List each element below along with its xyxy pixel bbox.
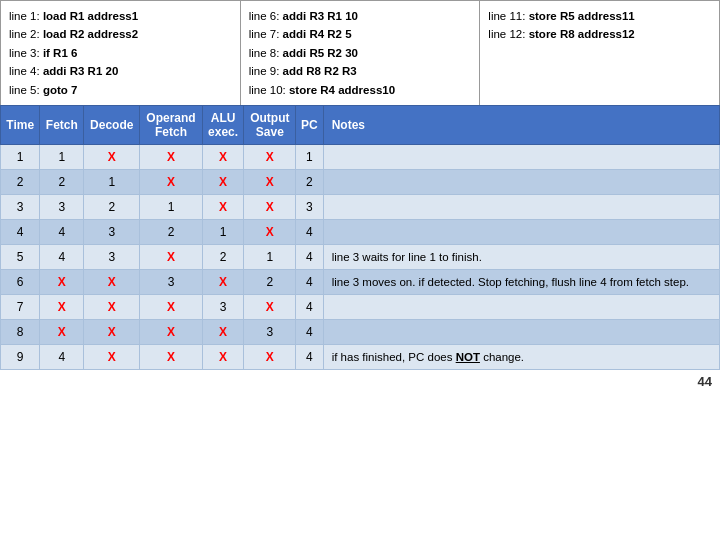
header-output: Output Save xyxy=(244,105,296,144)
table-row: 543X214line 3 waits for line 1 to finish… xyxy=(1,244,720,269)
cell-pc: 4 xyxy=(296,269,323,294)
top-line: line 2: load R2 address2 xyxy=(9,25,232,43)
cell-notes xyxy=(323,144,719,169)
cell-fetch: 4 xyxy=(40,344,84,369)
cell-alu: 3 xyxy=(202,294,244,319)
cell-fetch: 1 xyxy=(40,144,84,169)
cell-fetch: X xyxy=(40,269,84,294)
cell-fetch: 4 xyxy=(40,244,84,269)
cell-operand: X xyxy=(140,144,202,169)
cell-output: X xyxy=(244,144,296,169)
cell-pc: 4 xyxy=(296,344,323,369)
cell-decode: 2 xyxy=(84,194,140,219)
cell-time: 7 xyxy=(1,294,40,319)
cell-pc: 4 xyxy=(296,219,323,244)
cell-alu: X xyxy=(202,144,244,169)
top-line: line 5: goto 7 xyxy=(9,81,232,99)
top-line: line 11: store R5 address11 xyxy=(488,7,711,25)
cell-time: 1 xyxy=(1,144,40,169)
pipeline-table: Time Fetch Decode Operand Fetch ALU exec… xyxy=(0,105,720,370)
cell-operand: 1 xyxy=(140,194,202,219)
cell-time: 3 xyxy=(1,194,40,219)
cell-notes: line 3 moves on. if detected. Stop fetch… xyxy=(323,269,719,294)
cell-notes xyxy=(323,194,719,219)
cell-decode: X xyxy=(84,294,140,319)
header-notes: Notes xyxy=(323,105,719,144)
cell-output: 3 xyxy=(244,319,296,344)
cell-decode: X xyxy=(84,319,140,344)
cell-notes xyxy=(323,319,719,344)
cell-pc: 1 xyxy=(296,144,323,169)
cell-time: 2 xyxy=(1,169,40,194)
cell-notes xyxy=(323,294,719,319)
table-row: 94XXXX4if has finished, PC does NOT chan… xyxy=(1,344,720,369)
cell-decode: X xyxy=(84,344,140,369)
cell-operand: X xyxy=(140,169,202,194)
cell-operand: 2 xyxy=(140,219,202,244)
cell-operand: X xyxy=(140,344,202,369)
cell-pc: 3 xyxy=(296,194,323,219)
cell-output: 2 xyxy=(244,269,296,294)
cell-alu: X xyxy=(202,344,244,369)
cell-pc: 4 xyxy=(296,244,323,269)
header-operand: Operand Fetch xyxy=(140,105,202,144)
header-fetch: Fetch xyxy=(40,105,84,144)
top-line: line 10: store R4 address10 xyxy=(249,81,472,99)
top-line: line 3: if R1 6 xyxy=(9,44,232,62)
table-row: 44321X4 xyxy=(1,219,720,244)
cell-pc: 4 xyxy=(296,319,323,344)
cell-output: X xyxy=(244,294,296,319)
cell-alu: X xyxy=(202,194,244,219)
cell-time: 9 xyxy=(1,344,40,369)
cell-operand: X xyxy=(140,294,202,319)
header-time: Time xyxy=(1,105,40,144)
cell-alu: 2 xyxy=(202,244,244,269)
cell-time: 8 xyxy=(1,319,40,344)
cell-notes xyxy=(323,219,719,244)
cell-output: X xyxy=(244,344,296,369)
header-decode: Decode xyxy=(84,105,140,144)
cell-decode: X xyxy=(84,144,140,169)
cell-fetch: 2 xyxy=(40,169,84,194)
header-alu: ALU exec. xyxy=(202,105,244,144)
cell-alu: 1 xyxy=(202,219,244,244)
cell-alu: X xyxy=(202,319,244,344)
cell-notes xyxy=(323,169,719,194)
top-line: line 1: load R1 address1 xyxy=(9,7,232,25)
cell-output: 1 xyxy=(244,244,296,269)
top-line: line 6: addi R3 R1 10 xyxy=(249,7,472,25)
top-col-3: line 11: store R5 address11line 12: stor… xyxy=(480,1,719,105)
cell-notes: line 3 waits for line 1 to finish. xyxy=(323,244,719,269)
cell-alu: X xyxy=(202,269,244,294)
cell-pc: 4 xyxy=(296,294,323,319)
cell-operand: X xyxy=(140,244,202,269)
table-row: 221XXX2 xyxy=(1,169,720,194)
header-pc: PC xyxy=(296,105,323,144)
table-row: 8XXXX34 xyxy=(1,319,720,344)
table-row: 3321XX3 xyxy=(1,194,720,219)
cell-time: 6 xyxy=(1,269,40,294)
cell-fetch: X xyxy=(40,294,84,319)
cell-decode: 3 xyxy=(84,244,140,269)
cell-decode: X xyxy=(84,269,140,294)
cell-fetch: 4 xyxy=(40,219,84,244)
cell-decode: 3 xyxy=(84,219,140,244)
top-line: line 4: addi R3 R1 20 xyxy=(9,62,232,80)
cell-operand: 3 xyxy=(140,269,202,294)
top-col-1: line 1: load R1 address1line 2: load R2 … xyxy=(1,1,241,105)
cell-output: X xyxy=(244,169,296,194)
cell-time: 5 xyxy=(1,244,40,269)
top-line: line 9: add R8 R2 R3 xyxy=(249,62,472,80)
top-line: line 8: addi R5 R2 30 xyxy=(249,44,472,62)
cell-alu: X xyxy=(202,169,244,194)
table-row: 11XXXX1 xyxy=(1,144,720,169)
cell-notes: if has finished, PC does NOT change. xyxy=(323,344,719,369)
table-row: 6XX3X24line 3 moves on. if detected. Sto… xyxy=(1,269,720,294)
top-line: line 7: addi R4 R2 5 xyxy=(249,25,472,43)
top-line: line 12: store R8 address12 xyxy=(488,25,711,43)
page-number: 44 xyxy=(0,370,720,393)
cell-pc: 2 xyxy=(296,169,323,194)
cell-operand: X xyxy=(140,319,202,344)
cell-output: X xyxy=(244,219,296,244)
cell-fetch: 3 xyxy=(40,194,84,219)
